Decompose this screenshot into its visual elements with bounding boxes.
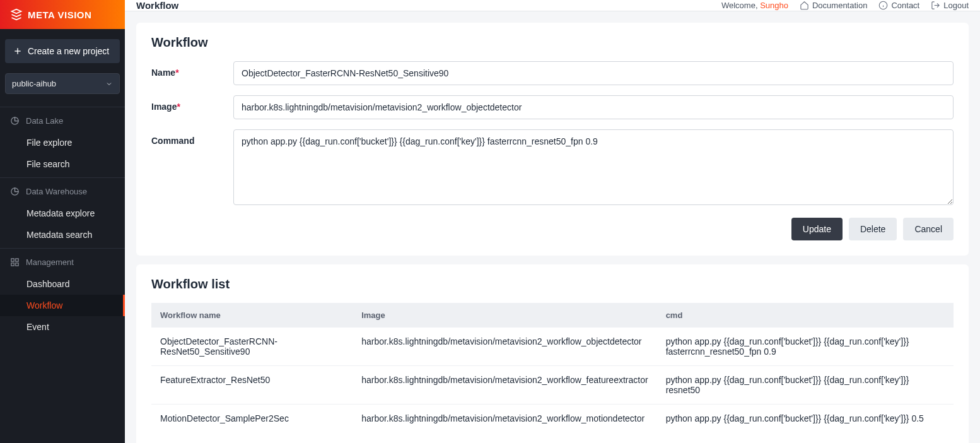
workflow-list-card: Workflow list Workflow nameImagecmd Obje… bbox=[136, 264, 969, 443]
brand-logo[interactable]: META VISION bbox=[0, 0, 125, 29]
sidebar-group-data-lake: Data Lake bbox=[0, 110, 125, 132]
update-button[interactable]: Update bbox=[791, 218, 843, 240]
project-selected-value: public-aihub bbox=[12, 79, 56, 88]
table-cell: MotionDetector_SamplePer2Sec bbox=[151, 405, 353, 433]
table-cell: python app.py {{dag_run.conf['bucket']}}… bbox=[657, 405, 954, 433]
table-row[interactable]: ObjectDetector_FasterRCNN-ResNet50_Sensi… bbox=[151, 328, 954, 366]
workflow-form-card: Workflow Name* Image* Command python app… bbox=[136, 23, 969, 256]
brand-mark-icon bbox=[10, 8, 23, 21]
sidebar-item-metadata-search[interactable]: Metadata search bbox=[0, 224, 125, 245]
cancel-button[interactable]: Cancel bbox=[903, 218, 954, 240]
create-project-button[interactable]: Create a new project bbox=[5, 39, 120, 63]
table-cell: python app.py {{dag_run.conf['bucket']}}… bbox=[657, 366, 954, 405]
workflow-form-heading: Workflow bbox=[151, 35, 954, 50]
svg-rect-5 bbox=[16, 263, 18, 266]
name-label: Name* bbox=[151, 61, 233, 78]
table-cell: harbor.k8s.lightningdb/metavision/metavi… bbox=[353, 405, 656, 433]
svg-rect-3 bbox=[16, 259, 18, 261]
table-row[interactable]: MotionDetector_SamplePer2Secharbor.k8s.l… bbox=[151, 405, 954, 433]
chevron-down-icon bbox=[105, 80, 113, 88]
svg-rect-2 bbox=[11, 259, 14, 261]
command-label: Command bbox=[151, 129, 233, 146]
svg-rect-4 bbox=[11, 263, 14, 266]
brand-text: META VISION bbox=[28, 9, 91, 20]
command-textarea[interactable]: python app.py {{dag_run.conf['bucket']}}… bbox=[233, 129, 954, 205]
sidebar-item-event[interactable]: Event bbox=[0, 316, 125, 338]
sidebar-item-metadata-explore[interactable]: Metadata explore bbox=[0, 203, 125, 224]
table-cell: harbor.k8s.lightningdb/metavision/metavi… bbox=[353, 328, 656, 366]
logout-icon bbox=[931, 1, 940, 10]
info-icon bbox=[878, 1, 888, 10]
image-label: Image* bbox=[151, 95, 233, 112]
table-header: Image bbox=[353, 303, 656, 328]
welcome-message: Welcome, Sungho bbox=[721, 1, 788, 10]
image-input[interactable] bbox=[233, 95, 954, 119]
sidebar-group-management: Management bbox=[0, 251, 125, 273]
home-icon bbox=[800, 1, 809, 10]
table-cell: FeatureExtractor_ResNet50 bbox=[151, 366, 353, 405]
sidebar-divider bbox=[0, 107, 125, 107]
table-cell: python app.py {{dag_run.conf['bucket']}}… bbox=[657, 328, 954, 366]
sidebar-item-dashboard[interactable]: Dashboard bbox=[0, 273, 125, 295]
table-cell: ObjectDetector_FasterRCNN-ResNet50_Sensi… bbox=[151, 328, 353, 366]
sidebar-group-data-warehouse: Data Warehouse bbox=[0, 180, 125, 203]
sidebar-item-file-explore[interactable]: File explore bbox=[0, 132, 125, 153]
topbar: Workflow Welcome, Sungho Documentation C… bbox=[125, 0, 980, 11]
workflow-table: Workflow nameImagecmd ObjectDetector_Fas… bbox=[151, 303, 954, 432]
logout-link[interactable]: Logout bbox=[931, 1, 969, 10]
sidebar-item-workflow[interactable]: Workflow bbox=[0, 295, 125, 316]
sidebar-nav: Data LakeFile exploreFile searchData War… bbox=[0, 110, 125, 338]
delete-button[interactable]: Delete bbox=[849, 218, 897, 240]
page-title: Workflow bbox=[136, 0, 178, 11]
sidebar-divider bbox=[0, 248, 125, 249]
sidebar-divider bbox=[0, 177, 125, 178]
workflow-list-heading: Workflow list bbox=[151, 277, 954, 292]
name-input[interactable] bbox=[233, 61, 954, 85]
sidebar: META VISION Create a new project public-… bbox=[0, 0, 125, 443]
plus-icon bbox=[13, 46, 23, 56]
project-select[interactable]: public-aihub bbox=[5, 73, 120, 94]
sidebar-item-file-search[interactable]: File search bbox=[0, 153, 125, 175]
table-header: Workflow name bbox=[151, 303, 353, 328]
create-project-label: Create a new project bbox=[28, 46, 109, 56]
table-header: cmd bbox=[657, 303, 954, 328]
table-row[interactable]: FeatureExtractor_ResNet50harbor.k8s.ligh… bbox=[151, 366, 954, 405]
documentation-link[interactable]: Documentation bbox=[800, 1, 867, 10]
contact-link[interactable]: Contact bbox=[878, 1, 919, 10]
table-cell: harbor.k8s.lightningdb/metavision/metavi… bbox=[353, 366, 656, 405]
